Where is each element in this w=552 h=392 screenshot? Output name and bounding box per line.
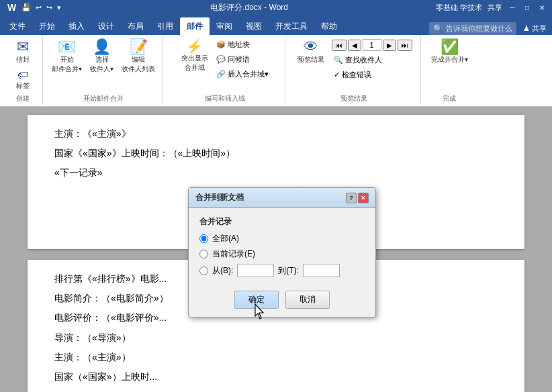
btn-edit-recipients[interactable]: 📝 编辑收件人列表 [118, 38, 158, 76]
group-write-insert: ⚡ 突出显示合并域 📦 地址块 💬 问候语 🔗 插入合并域▾ [165, 36, 285, 105]
greeting-icon: 💬 [216, 55, 226, 64]
tab-references[interactable]: 引用 [150, 17, 180, 35]
btn-select-recipients[interactable]: 👤 选择收件人▾ [87, 38, 117, 76]
start-merge-icon: 📧 [58, 40, 76, 54]
radio-to-label: 到(T): [278, 265, 299, 277]
doc-line-country: 国家《«国家»》上映时间：（«上映时间»） [54, 145, 498, 162]
tab-help[interactable]: 帮助 [314, 17, 344, 35]
radio-current-input[interactable] [199, 250, 208, 258]
group-start-merge-label: 开始邮件合并 [83, 94, 124, 103]
btn-start-merge[interactable]: 📧 开始邮件合并▾ [48, 38, 85, 76]
tab-developer[interactable]: 开发工具 [269, 17, 314, 35]
radio-group-merge: 全部(A) 当前记录(E) 从(B): 到(T): [199, 233, 365, 277]
btn-find-recipient[interactable]: 🔍 查找收件人 [330, 53, 414, 67]
range-to-input[interactable] [303, 264, 340, 277]
undo-quick-btn[interactable]: ↩ [34, 3, 43, 13]
dialog-title-icons: ? ✕ [346, 193, 369, 203]
title-bar-right: 零基础 学技术 共享 ─ □ ✕ [436, 3, 547, 13]
check-errors-icon: ✓ [334, 70, 340, 79]
radio-range-input[interactable] [199, 266, 208, 275]
dialog-close-btn[interactable]: ✕ [358, 193, 369, 203]
save-quick-btn[interactable]: 💾 [20, 3, 32, 13]
tab-insert[interactable]: 插入 [62, 17, 91, 35]
maximize-btn[interactable]: □ [522, 3, 532, 12]
edit-recipients-icon: 📝 [130, 40, 148, 54]
radio-from-label: 从(B): [212, 265, 233, 277]
doc-wrapper: 主演：《«主演»》 国家《«国家»》上映时间：（«上映时间»） «下一记录» 排… [0, 107, 552, 392]
title-bar-title: 电影评分.docx - Word [62, 2, 436, 13]
btn-check-errors[interactable]: ✓ 检查错误 [330, 68, 414, 82]
share-link[interactable]: ♟ 共享 [523, 23, 547, 34]
dialog-title-bar[interactable]: 合并到新文档 ? ✕ [189, 188, 375, 208]
doc-line-actor2: 主演：（«主演»） [54, 349, 498, 366]
doc-line-director: 导演：（«导演»） [54, 330, 498, 346]
group-finish-items: ✅ 完成并合并▾ [428, 38, 471, 93]
tab-design[interactable]: 设计 [91, 17, 121, 35]
btn-envelope[interactable]: ✉ 信封 [9, 38, 36, 66]
next-record-btn[interactable]: ▶ [383, 40, 396, 51]
radio-current[interactable]: 当前记录(E) [199, 248, 365, 260]
tab-view[interactable]: 视图 [239, 17, 269, 35]
search-icon: 🔍 [433, 24, 443, 34]
radio-all-input[interactable] [199, 234, 208, 243]
ribbon-tabs: 文件 开始 插入 设计 布局 引用 邮件 审阅 视图 开发工具 帮助 🔍 告诉我… [0, 15, 552, 35]
group-preview-items: 👁 预览结果 ⏮ ◀ ▶ ⏭ 🔍 查找收件人 [294, 38, 414, 93]
svg-marker-0 [255, 304, 263, 319]
tab-file[interactable]: 文件 [3, 17, 32, 35]
group-write-insert-items: ⚡ 突出显示合并域 📦 地址块 💬 问候语 🔗 插入合并域▾ [178, 38, 272, 93]
btn-preview-results[interactable]: 👁 预览结果 [294, 38, 328, 66]
preview-icon: 👁 [304, 40, 318, 54]
last-record-btn[interactable]: ⏭ [398, 40, 412, 51]
prev-record-btn[interactable]: ◀ [348, 40, 361, 51]
btn-labels[interactable]: 🏷 标签 [9, 68, 36, 93]
group-start-merge-items: 📧 开始邮件合并▾ 👤 选择收件人▾ 📝 编辑收件人列表 [48, 38, 158, 93]
dialog-ok-btn[interactable]: 确定 [234, 291, 279, 309]
ribbon: 文件 开始 插入 设计 布局 引用 邮件 审阅 视图 开发工具 帮助 🔍 告诉我… [0, 15, 552, 107]
customize-quick-btn[interactable]: ▾ [56, 3, 62, 13]
group-preview: 👁 预览结果 ⏮ ◀ ▶ ⏭ 🔍 查找收件人 [287, 36, 421, 105]
share-btn[interactable]: 共享 [488, 3, 502, 13]
range-from-input[interactable] [237, 264, 274, 277]
record-number-input[interactable] [363, 39, 381, 51]
group-write-insert-label: 编写和插入域 [205, 94, 245, 103]
dialog-body: 合并记录 全部(A) 当前记录(E) 从(B): 到(T): [189, 208, 375, 285]
dialog-title-text: 合并到新文档 [195, 192, 244, 203]
doc-line-next: «下一记录» [54, 164, 498, 181]
dialog-cancel-btn[interactable]: 取消 [285, 291, 330, 309]
word-icon: W [5, 2, 18, 13]
btn-finish-merge[interactable]: ✅ 完成并合并▾ [428, 38, 471, 66]
group-finish: ✅ 完成并合并▾ 完成 [422, 36, 476, 105]
merge-dialog: 合并到新文档 ? ✕ 合并记录 全部(A) 当前记录(E) [188, 187, 376, 317]
dialog-help-btn[interactable]: ? [346, 193, 357, 203]
tab-home[interactable]: 开始 [32, 17, 62, 35]
quick-access-toolbar: W 💾 ↩ ↪ ▾ [5, 2, 62, 13]
radio-all-label: 全部(A) [212, 233, 239, 244]
btn-address-block[interactable]: 📦 地址块 [213, 38, 272, 52]
insert-field-icon: 🔗 [216, 70, 226, 79]
radio-range[interactable]: 从(B): 到(T): [199, 264, 365, 277]
btn-greeting[interactable]: 💬 问候语 [213, 52, 272, 66]
radio-current-label: 当前记录(E) [212, 248, 255, 260]
btn-highlight-merge[interactable]: ⚡ 突出显示合并域 [178, 38, 212, 75]
dialog-buttons: 确定 取消 [189, 285, 375, 317]
dialog-section-label: 合并记录 [199, 216, 365, 228]
close-btn[interactable]: ✕ [537, 3, 547, 12]
group-preview-label: 预览结果 [340, 94, 367, 103]
tab-review[interactable]: 审阅 [210, 17, 239, 35]
btn-insert-field[interactable]: 🔗 插入合并域▾ [213, 67, 272, 81]
search-bar[interactable]: 🔍 告诉我你想要做什么 [429, 22, 516, 35]
minimize-btn[interactable]: ─ [508, 3, 517, 12]
first-record-btn[interactable]: ⏮ [332, 40, 347, 51]
doc-line-country2: 国家（«国家»）上映时... [54, 369, 498, 385]
search-placeholder: 告诉我你想要做什么 [446, 23, 512, 34]
recipients-icon: 👤 [93, 40, 111, 54]
group-finish-label: 完成 [443, 94, 456, 103]
doc-line-actor: 主演：《«主演»》 [54, 126, 498, 142]
radio-all[interactable]: 全部(A) [199, 233, 365, 244]
labels-icon: 🏷 [17, 70, 28, 81]
redo-quick-btn[interactable]: ↪ [45, 3, 54, 13]
tab-mailings[interactable]: 邮件 [180, 17, 210, 35]
tab-layout[interactable]: 布局 [121, 17, 150, 35]
cursor-svg [254, 303, 267, 320]
group-create: ✉ 信封 🏷 标签 创建 [3, 36, 43, 105]
